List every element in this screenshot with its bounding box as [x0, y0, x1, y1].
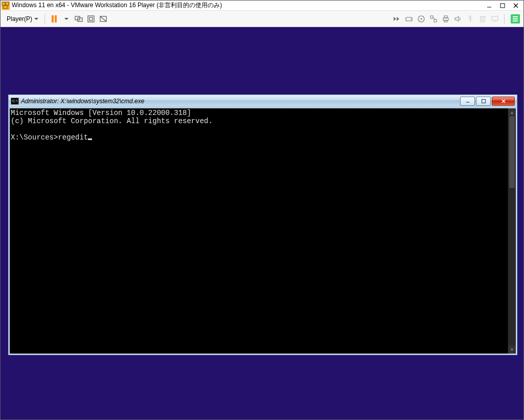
svg-line-12: [100, 16, 106, 21]
network-adapter-icon[interactable]: [428, 13, 439, 25]
cmd-titlebar[interactable]: C:\ Administrator: X:\windows\system32\c…: [9, 95, 517, 107]
pause-vm-button[interactable]: [49, 13, 60, 25]
vmware-minimize-button[interactable]: [483, 1, 496, 11]
svg-rect-37: [513, 18, 518, 19]
svg-rect-23: [444, 16, 447, 18]
cmd-prompt: X:\Sources>: [11, 133, 58, 142]
printer-icon[interactable]: [440, 13, 451, 25]
usb-icon[interactable]: [465, 13, 476, 25]
vmware-window-title: Windows 11 en x64 - VMware Workstation 1…: [12, 1, 483, 10]
svg-rect-4: [500, 4, 505, 8]
caret-down-icon: [34, 18, 38, 20]
svg-point-27: [470, 15, 471, 17]
cmd-close-button[interactable]: [492, 97, 515, 106]
cmd-line-version: Microsoft Windows [Version 10.0.22000.31…: [11, 109, 191, 117]
unity-mode-button[interactable]: [98, 13, 109, 25]
svg-rect-38: [513, 20, 518, 21]
vmware-close-button[interactable]: [509, 1, 522, 11]
cmd-input-text: regedit: [58, 133, 88, 142]
scroll-up-button[interactable]: ▲: [508, 108, 516, 116]
svg-line-21: [433, 17, 436, 19]
cmd-app-icon: C:\: [11, 98, 19, 105]
caret-down-icon: [64, 18, 69, 20]
player-menu[interactable]: Player(P): [4, 14, 41, 24]
cmd-body-wrap: Microsoft Windows [Version 10.0.22000.31…: [9, 107, 517, 355]
svg-marker-14: [397, 17, 399, 21]
cmd-window: C:\ Administrator: X:\windows\system32\c…: [8, 95, 517, 355]
vmware-player-window: Windows 11 en x64 - VMware Workstation 1…: [0, 0, 524, 420]
delete-icon[interactable]: [477, 13, 488, 25]
svg-rect-10: [89, 17, 93, 20]
fast-forward-icon[interactable]: [391, 13, 402, 25]
vmware-titlebar: Windows 11 en x64 - VMware Workstation 1…: [1, 1, 523, 11]
cmd-line-copyright: (c) Microsoft Corporation. All rights re…: [11, 117, 213, 125]
cmd-minimize-button[interactable]: [460, 97, 475, 106]
player-menu-label: Player(P): [7, 15, 32, 22]
cmd-terminal[interactable]: Microsoft Windows [Version 10.0.22000.31…: [10, 108, 508, 354]
svg-point-16: [411, 18, 412, 19]
display-icon[interactable]: [489, 13, 500, 25]
svg-rect-30: [481, 17, 485, 22]
pause-dropdown-button[interactable]: [61, 13, 72, 25]
svg-rect-40: [482, 99, 485, 103]
vmware-window-controls: [483, 1, 522, 11]
svg-point-18: [421, 18, 422, 19]
svg-rect-36: [513, 16, 518, 17]
vmware-app-icon: [2, 2, 10, 10]
svg-marker-13: [394, 17, 396, 21]
sound-icon[interactable]: [452, 13, 464, 25]
svg-rect-20: [434, 19, 437, 22]
svg-rect-24: [444, 20, 447, 22]
scroll-down-button[interactable]: ▼: [508, 345, 516, 354]
cmd-cursor: [88, 138, 92, 140]
svg-rect-2: [4, 6, 7, 9]
svg-marker-25: [455, 16, 459, 21]
svg-rect-9: [88, 16, 94, 22]
svg-rect-19: [430, 16, 433, 18]
svg-rect-0: [2, 2, 5, 5]
hard-disk-icon[interactable]: [403, 13, 415, 25]
cmd-scrollbar[interactable]: ▲ ▼: [508, 108, 516, 354]
vm-guest-desktop[interactable]: C:\ Administrator: X:\windows\system32\c…: [1, 27, 523, 419]
svg-rect-1: [6, 2, 9, 5]
cd-dvd-icon[interactable]: [416, 13, 427, 25]
svg-rect-22: [443, 18, 448, 20]
cmd-maximize-button[interactable]: [476, 97, 491, 106]
toolbar-separator: [504, 14, 505, 24]
scroll-thumb[interactable]: [509, 116, 515, 188]
toolbar-separator: [44, 14, 45, 24]
pause-icon: [52, 15, 57, 22]
vmware-toolbar: Player(P): [1, 11, 523, 27]
vmware-maximize-button[interactable]: [496, 1, 509, 11]
fullscreen-button[interactable]: [85, 13, 97, 25]
cmd-window-title: Administrator: X:\windows\system32\cmd.e…: [21, 98, 459, 105]
send-ctrl-alt-del-button[interactable]: [73, 13, 84, 25]
svg-rect-34: [492, 16, 498, 20]
manage-button[interactable]: [511, 14, 520, 24]
